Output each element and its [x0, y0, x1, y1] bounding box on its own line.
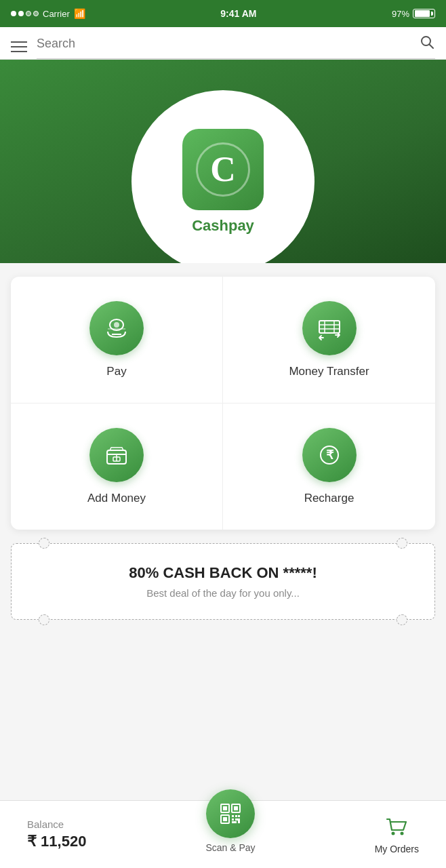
logo-inner: C: [196, 142, 250, 197]
promo-notch-br: [397, 614, 407, 625]
pay-icon: [102, 314, 131, 342]
status-left: Carrier 📶: [11, 8, 85, 19]
svg-rect-18: [232, 818, 234, 821]
my-orders-button[interactable]: My Orders: [375, 815, 419, 854]
signal-dot-4: [33, 11, 39, 16]
add-money-icon: [102, 441, 131, 469]
battery-tip: [431, 12, 433, 16]
scan-pay-button[interactable]: Scan & Pay: [205, 789, 255, 853]
add-money-icon-circle: [89, 428, 144, 482]
battery-fill: [415, 10, 430, 17]
svg-point-3: [114, 322, 119, 328]
svg-rect-14: [223, 817, 227, 821]
money-transfer-label: Money Transfer: [289, 365, 369, 378]
app-name: Cashpay: [192, 217, 254, 235]
svg-rect-10: [223, 806, 227, 810]
balance-section: Balance ₹ 11,520: [27, 818, 86, 850]
balance-amount: ₹ 11,520: [27, 833, 86, 850]
wifi-icon: 📶: [74, 8, 85, 19]
add-money-label: Add Money: [87, 492, 146, 505]
money-transfer-action[interactable]: Money Transfer: [223, 277, 435, 403]
qr-icon: [218, 802, 243, 826]
promo-notch-tr: [397, 538, 407, 549]
status-right: 97%: [392, 9, 435, 19]
carrier-label: Carrier: [43, 9, 70, 19]
battery-icon: [413, 9, 435, 18]
money-transfer-icon: [315, 314, 344, 342]
signal-dots: [11, 11, 39, 16]
search-container: [37, 34, 435, 59]
add-money-action[interactable]: Add Money: [11, 403, 223, 530]
search-icon: [419, 34, 435, 50]
signal-dot-3: [26, 11, 31, 16]
hamburger-line-3: [11, 51, 27, 52]
battery-percent: 97%: [392, 9, 409, 19]
svg-point-23: [401, 831, 404, 835]
hamburger-line-2: [11, 46, 27, 47]
promo-title: 80% CASH BACK ON *****!: [25, 564, 421, 582]
promo-banner: 80% CASH BACK ON *****! Best deal of the…: [11, 543, 435, 620]
hero-circle: C Cashpay: [131, 90, 315, 263]
money-transfer-icon-circle: [302, 301, 357, 355]
status-time: 9:41 AM: [220, 8, 256, 19]
svg-rect-16: [235, 815, 237, 817]
search-input[interactable]: [37, 37, 412, 51]
promo-notch-tl: [39, 538, 49, 549]
hero-section: C Cashpay: [0, 60, 446, 263]
logo-letter: C: [210, 152, 236, 187]
cart-icon: [384, 815, 409, 840]
my-orders-label: My Orders: [375, 844, 419, 854]
actions-card: Pay Money Transfer: [11, 277, 435, 530]
promo-notch-bl: [39, 614, 49, 625]
status-bar: Carrier 📶 9:41 AM 97%: [0, 0, 446, 27]
recharge-action[interactable]: ₹ Recharge: [223, 403, 435, 530]
scan-pay-label: Scan & Pay: [205, 842, 255, 853]
svg-rect-15: [232, 815, 234, 817]
recharge-icon: ₹: [315, 441, 344, 469]
signal-dot-1: [11, 11, 16, 16]
actions-grid: Pay Money Transfer: [11, 277, 435, 530]
svg-rect-4: [319, 321, 340, 333]
hamburger-line-1: [11, 41, 27, 43]
header: [0, 27, 446, 60]
recharge-label: Recharge: [304, 492, 354, 505]
pay-icon-circle: [89, 301, 144, 355]
search-button[interactable]: [419, 34, 435, 53]
pay-action[interactable]: Pay: [11, 277, 223, 403]
pay-label: Pay: [106, 365, 126, 378]
recharge-icon-circle: ₹: [302, 428, 357, 482]
svg-rect-17: [238, 815, 240, 817]
svg-rect-20: [238, 818, 240, 823]
svg-line-1: [430, 45, 434, 49]
scan-circle: [206, 789, 255, 838]
signal-dot-2: [18, 11, 24, 16]
hamburger-menu[interactable]: [11, 41, 27, 52]
app-logo: C: [182, 129, 264, 210]
promo-subtitle: Best deal of the day for you only...: [25, 587, 421, 599]
bottom-bar: Balance ₹ 11,520 Scan & Pay: [0, 800, 446, 868]
balance-label: Balance: [27, 818, 86, 830]
svg-rect-21: [232, 821, 237, 823]
svg-text:₹: ₹: [325, 448, 333, 462]
svg-rect-12: [234, 806, 238, 810]
svg-point-22: [392, 831, 395, 835]
